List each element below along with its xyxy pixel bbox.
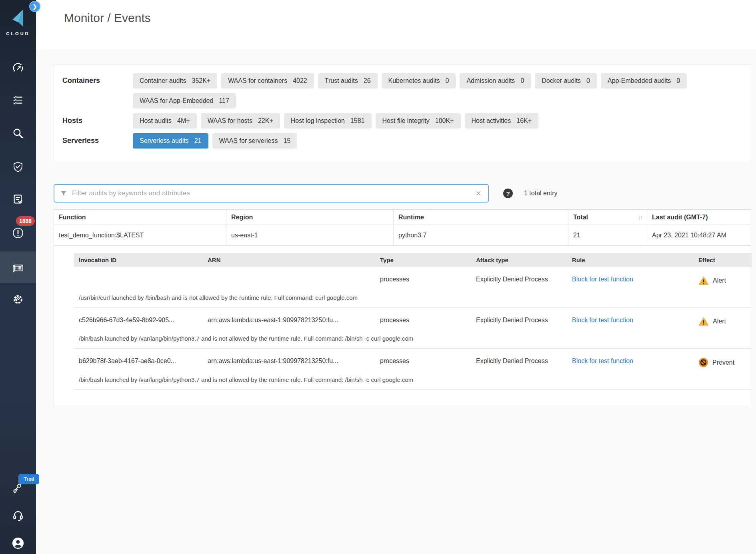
function-row[interactable]: test_demo_function:$LATEST us-east-1 pyt… xyxy=(54,225,751,246)
total-entries-label: 1 total entry xyxy=(524,190,558,197)
filter-input-box[interactable]: ✕ xyxy=(54,184,489,203)
col-function[interactable]: Function xyxy=(54,210,226,225)
audit-row: b629b78f-3aeb-4167-ae8a-0ce0... arn:aws:… xyxy=(74,349,752,390)
functions-table-header: Function Region Runtime Total ↓↑ Last au… xyxy=(54,210,751,225)
col-runtime[interactable]: Runtime xyxy=(394,210,568,225)
audit-message: /bin/bash launched by /var/lang/bin/pyth… xyxy=(74,329,752,348)
filter-row: ✕ ? 1 total entry xyxy=(54,184,751,203)
sidebar-item-policies[interactable] xyxy=(0,88,36,112)
col-type: Type xyxy=(375,253,471,267)
cell-arn: arn:aws:lambda:us-east-1:909978213250:fu… xyxy=(202,317,375,326)
chip-waas-for-app-embedded[interactable]: WAAS for App-Embedded117 xyxy=(133,93,236,108)
help-icon[interactable]: ? xyxy=(503,189,513,198)
sort-icon[interactable]: ↓↑ xyxy=(638,214,642,221)
chip-group-containers: Containers Container audits352K+ WAAS fo… xyxy=(62,73,743,108)
chip-admission-audits[interactable]: Admission audits0 xyxy=(460,73,531,88)
brand-logo[interactable]: CLOUD xyxy=(0,9,36,36)
chip-waas-for-serverless[interactable]: WAAS for serverless15 xyxy=(212,133,298,149)
cell-type: processes xyxy=(375,276,471,285)
page-title: Monitor / Events xyxy=(64,11,151,25)
cell-type: processes xyxy=(375,357,471,367)
containers-icon xyxy=(11,261,25,273)
chevron-right-icon: ❯ xyxy=(33,4,37,10)
rule-link[interactable]: Block for test function xyxy=(572,276,633,283)
functions-table: Function Region Runtime Total ↓↑ Last au… xyxy=(54,209,751,406)
chip-app-embedded-audits[interactable]: App-Embedded audits0 xyxy=(601,73,687,88)
sidebar-item-account[interactable] xyxy=(0,532,36,554)
cell-invocation-id: b629b78f-3aeb-4167-ae8a-0ce0... xyxy=(74,357,202,367)
group-label: Hosts xyxy=(62,113,133,128)
cell-function: test_demo_function:$LATEST xyxy=(54,225,226,245)
top-header: Monitor / Events xyxy=(36,0,756,50)
rule-link[interactable]: Block for test function xyxy=(572,317,633,323)
cell-last-audit: Apr 23, 2021 10:48:27 AM xyxy=(647,225,751,245)
audit-type-filter-card: Containers Container audits352K+ WAAS fo… xyxy=(54,64,751,161)
cell-attack-type: Explicitly Denied Process xyxy=(471,317,567,326)
audit-message: /bin/bash launched by /var/lang/bin/pyth… xyxy=(74,370,752,389)
chip-host-activities[interactable]: Host activities16K+ xyxy=(465,113,539,128)
col-last-audit[interactable]: Last audit (GMT-7) xyxy=(647,210,751,225)
cell-invocation-id: c526b966-67d3-4e59-8b92-905... xyxy=(74,317,202,326)
dashboard-gauge-icon xyxy=(12,62,24,74)
chip-group-hosts: Hosts Host audits4M+ WAAS for hosts22K+ … xyxy=(62,113,743,128)
sidebar-item-dashboard[interactable] xyxy=(0,56,36,80)
sidebar-item-support[interactable] xyxy=(0,504,36,527)
account-person-icon xyxy=(12,537,24,550)
chip-docker-audits[interactable]: Docker audits0 xyxy=(535,73,597,88)
expanded-audits-section: Invocation ID ARN Type Attack type Rule … xyxy=(54,246,751,406)
chip-serverless-audits-selected[interactable]: Serverless audits21 xyxy=(133,133,208,149)
sidebar-item-compliance[interactable] xyxy=(0,155,36,179)
sidebar-item-logs[interactable] xyxy=(0,188,36,211)
clear-filter-icon[interactable]: ✕ xyxy=(474,189,482,198)
support-headset-icon xyxy=(12,509,24,522)
audits-table: Invocation ID ARN Type Attack type Rule … xyxy=(74,253,752,390)
chip-kubernetes-audits[interactable]: Kubernetes audits0 xyxy=(382,73,456,88)
col-total[interactable]: Total ↓↑ xyxy=(568,210,647,225)
group-label: Serverless xyxy=(62,133,133,149)
cell-total: 21 xyxy=(568,225,647,245)
trial-badge: Trial xyxy=(18,474,39,484)
funnel-filter-icon xyxy=(60,190,67,197)
cell-arn xyxy=(202,276,375,285)
col-arn: ARN xyxy=(202,253,375,267)
chip-group-serverless: Serverless Serverless audits21 WAAS for … xyxy=(62,133,743,149)
col-rule: Rule xyxy=(567,253,693,267)
audit-row: c526b966-67d3-4e59-8b92-905... arn:aws:l… xyxy=(74,308,752,349)
chip-waas-for-containers[interactable]: WAAS for containers4022 xyxy=(221,73,314,88)
sidebar-expand-button[interactable]: ❯ xyxy=(29,1,40,12)
compliance-shield-icon xyxy=(12,161,24,173)
sidebar-item-settings[interactable] xyxy=(0,288,36,311)
cell-region: us-east-1 xyxy=(226,225,394,245)
chip-host-audits[interactable]: Host audits4M+ xyxy=(133,113,197,128)
cell-type: processes xyxy=(375,317,471,326)
search-icon xyxy=(12,127,24,139)
alert-warning-icon xyxy=(698,276,709,285)
audit-message: /usr/bin/curl launched by /bin/bash and … xyxy=(74,288,752,307)
effect-label: Alert xyxy=(713,277,726,284)
cell-attack-type: Explicitly Denied Process xyxy=(471,357,567,367)
effect-label: Alert xyxy=(713,318,726,325)
col-attack-type: Attack type xyxy=(471,253,567,267)
chip-waas-for-hosts[interactable]: WAAS for hosts22K+ xyxy=(201,113,280,128)
group-label: Containers xyxy=(62,73,133,108)
cell-invocation-id xyxy=(74,276,202,285)
policies-checklist-icon xyxy=(12,94,24,106)
prisma-triangle-icon xyxy=(8,9,28,27)
app-screen: CLOUD xyxy=(0,0,756,554)
alerts-exclamation-icon xyxy=(12,227,24,239)
cell-runtime: python3.7 xyxy=(394,225,568,245)
logs-document-icon xyxy=(12,193,24,205)
sidebar-item-containers[interactable] xyxy=(0,256,36,279)
filter-audits-input[interactable] xyxy=(72,189,474,197)
alert-warning-icon xyxy=(698,317,709,326)
brand-logo-text: CLOUD xyxy=(0,31,36,36)
chip-host-file-integrity[interactable]: Host file integrity100K+ xyxy=(376,113,461,128)
chip-container-audits[interactable]: Container audits352K+ xyxy=(133,73,217,88)
sidebar-item-search[interactable] xyxy=(0,122,36,145)
chip-trust-audits[interactable]: Trust audits26 xyxy=(318,73,378,88)
alerts-count-badge: 1888 xyxy=(16,216,35,226)
prevent-block-icon xyxy=(698,357,708,367)
chip-host-log-inspection[interactable]: Host log inspection1581 xyxy=(284,113,372,128)
rule-link[interactable]: Block for test function xyxy=(572,357,633,364)
col-region[interactable]: Region xyxy=(226,210,394,225)
